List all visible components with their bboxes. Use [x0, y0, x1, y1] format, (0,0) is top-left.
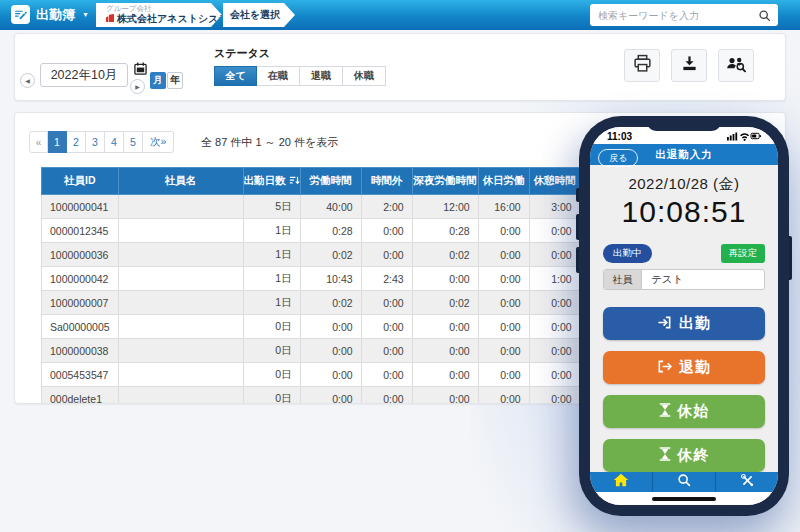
table-cell: 1000000036: [42, 243, 119, 267]
table-cell: 1000000041: [42, 195, 119, 219]
breadcrumb-select-label: 会社を選択: [230, 8, 280, 22]
pagination-prev-button[interactable]: «: [29, 131, 48, 153]
table-cell: [118, 243, 243, 267]
top-header-bar: 出勤簿 ▼ グループ会社 株式会社アネストシステム 会社を選択: [0, 0, 800, 30]
employee-field-label: 社員: [604, 270, 642, 289]
table-cell: 0:02: [300, 243, 361, 267]
clock-out-icon: [657, 359, 672, 377]
download-icon: [681, 55, 698, 76]
table-cell: 1日: [243, 243, 300, 267]
table-cell: 0:00: [478, 243, 529, 267]
download-button[interactable]: [671, 49, 707, 82]
table-cell: 0:00: [478, 363, 529, 387]
home-indicator[interactable]: [652, 497, 716, 501]
month-view-button[interactable]: 月: [150, 72, 166, 89]
hourglass-icon: [659, 403, 671, 420]
current-date: 2022/10/28 (金): [603, 175, 765, 194]
employee-field[interactable]: 社員 テスト: [603, 269, 765, 290]
hourglass-icon: [659, 447, 671, 464]
column-header: 深夜労働時間: [412, 168, 478, 195]
table-cell: 000delete1: [42, 387, 119, 405]
column-header[interactable]: 出勤日数: [243, 168, 300, 195]
table-cell: 0:00: [361, 219, 412, 243]
calendar-icon[interactable]: [132, 61, 148, 76]
employee-search-button[interactable]: [718, 49, 754, 82]
column-header: 休日労働: [478, 168, 529, 195]
date-picker[interactable]: 2022年10月: [40, 63, 128, 87]
table-cell: 1000000038: [42, 339, 119, 363]
smartphone-mockup: 11:03 戻る 出退勤入力 2022/10/28 (金) 10:08:51 出…: [579, 116, 789, 516]
table-cell: 1日: [243, 219, 300, 243]
break-start-button[interactable]: 休始: [603, 395, 765, 428]
table-cell: 0:00: [478, 291, 529, 315]
column-header: 社員ID: [42, 168, 119, 195]
back-button[interactable]: 戻る: [598, 149, 638, 167]
print-button[interactable]: [624, 49, 660, 82]
break-start-label: 休始: [678, 402, 710, 421]
table-cell: [118, 315, 243, 339]
company-icon: [106, 13, 114, 25]
clock-out-button[interactable]: 退勤: [603, 351, 765, 384]
prev-month-button[interactable]: ◀: [20, 73, 35, 88]
table-cell: 2:00: [361, 195, 412, 219]
break-end-button[interactable]: 休終: [603, 439, 765, 472]
status-tab-leave[interactable]: 休職: [343, 66, 386, 86]
table-cell: 3:00: [529, 195, 580, 219]
table-cell: 16:00: [478, 195, 529, 219]
table-cell: 0:00: [478, 219, 529, 243]
table-cell: 0:02: [412, 291, 478, 315]
phone-notch: [646, 116, 722, 131]
table-cell: 0:02: [300, 291, 361, 315]
pagination-page-3[interactable]: 3: [86, 131, 105, 153]
table-cell: [118, 219, 243, 243]
search-icon[interactable]: [758, 9, 771, 22]
table-cell: Sa00000005: [42, 315, 119, 339]
table-cell: 0:00: [478, 267, 529, 291]
status-tab-retired[interactable]: 退職: [300, 66, 343, 86]
table-cell: [118, 267, 243, 291]
employee-field-value: テスト: [642, 270, 764, 289]
table-cell: 0:00: [529, 363, 580, 387]
table-cell: 10:43: [300, 267, 361, 291]
nav-tab-home[interactable]: [590, 472, 652, 492]
app-menu-button[interactable]: 出勤簿 ▼: [11, 5, 89, 24]
volume-down-button: [576, 247, 579, 273]
table-cell: 0:00: [529, 291, 580, 315]
pagination-page-4[interactable]: 4: [105, 131, 124, 153]
pagination-page-2[interactable]: 2: [67, 131, 86, 153]
current-time: 10:08:51: [603, 195, 765, 229]
status-tab-employed[interactable]: 在職: [257, 66, 300, 86]
next-month-button[interactable]: ▶: [130, 79, 145, 94]
tools-icon: [740, 473, 755, 492]
status-filter-tabs: 全て 在職 退職 休職: [214, 66, 386, 86]
reset-button[interactable]: 再設定: [721, 244, 766, 263]
phone-bottom-nav: [590, 472, 778, 492]
pagination-next-button[interactable]: 次»: [143, 131, 174, 153]
pagination-page-5[interactable]: 5: [124, 131, 143, 153]
break-end-label: 休終: [678, 446, 710, 465]
nav-tab-tools[interactable]: [715, 472, 778, 492]
page: 出勤簿 ▼ グループ会社 株式会社アネストシステム 会社を選択 ◀ 2022年1…: [0, 0, 800, 532]
breadcrumb-select-company[interactable]: 会社を選択: [223, 3, 295, 27]
status-tab-all[interactable]: 全て: [214, 66, 257, 86]
table-cell: 0:00: [300, 339, 361, 363]
table-cell: 0:28: [412, 219, 478, 243]
phone-screen-title: 出退勤入力: [655, 148, 713, 162]
breadcrumb-group-company[interactable]: グループ会社 株式会社アネストシステム: [96, 3, 222, 27]
toolbar-card: ◀ 2022年10月 ▶ 月 年 ステータス 全て 在職 退職 休職: [14, 33, 786, 101]
working-status-badge: 出勤中: [603, 244, 652, 263]
pagination-summary: 全 87 件中 1 ～ 20 件を表示: [201, 135, 338, 150]
pagination-page-1[interactable]: 1: [48, 131, 67, 153]
clock-in-button[interactable]: 出勤: [603, 307, 765, 340]
chevron-down-icon: ▼: [82, 11, 89, 18]
year-view-button[interactable]: 年: [167, 72, 183, 89]
table-cell: 12:00: [412, 195, 478, 219]
volume-up-button: [576, 214, 579, 240]
phone-app-header: 戻る 出退勤入力: [590, 144, 778, 165]
breadcrumb-group-label: グループ会社: [106, 5, 206, 13]
nav-tab-search[interactable]: [652, 472, 715, 492]
search-input[interactable]: [590, 10, 758, 21]
app-title: 出勤簿: [36, 6, 75, 24]
table-cell: 0:00: [412, 387, 478, 405]
attendance-book-logo-icon: [11, 5, 30, 24]
